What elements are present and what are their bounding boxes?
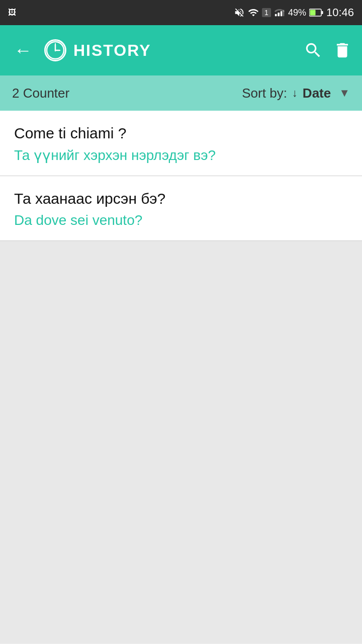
toolbar-actions bbox=[304, 41, 352, 60]
mute-icon bbox=[234, 7, 245, 18]
clock-icon bbox=[44, 39, 66, 61]
svg-rect-2 bbox=[281, 11, 283, 16]
sort-controls[interactable]: Sort by: ↓ Date ▼ bbox=[242, 86, 350, 101]
history-item[interactable]: Та хаанаас ирсэн бэ? Da dove sei venuto? bbox=[0, 176, 362, 241]
svg-rect-5 bbox=[321, 11, 323, 14]
svg-rect-0 bbox=[275, 14, 277, 17]
history-item-secondary-text: Da dove sei venuto? bbox=[14, 212, 348, 228]
back-button[interactable]: ← bbox=[10, 36, 36, 65]
history-counter: 2 Counter bbox=[12, 86, 242, 101]
status-right-icons: 1 49% 10:46 bbox=[234, 6, 354, 19]
sort-dropdown-icon[interactable]: ▼ bbox=[339, 87, 350, 100]
sort-direction-icon: ↓ bbox=[292, 87, 298, 100]
status-left-icons: 🖼 bbox=[8, 8, 230, 17]
svg-point-7 bbox=[47, 42, 64, 59]
wifi-icon bbox=[248, 7, 259, 18]
photo-icon: 🖼 bbox=[8, 8, 16, 17]
svg-rect-3 bbox=[283, 10, 284, 17]
toolbar-title-area: HISTORY bbox=[44, 39, 296, 61]
search-icon[interactable] bbox=[304, 41, 323, 60]
history-item[interactable]: Come ti chiami ? Та үүнийг хэрхэн нэрлэд… bbox=[0, 111, 362, 176]
svg-rect-6 bbox=[310, 10, 315, 16]
status-time: 10:46 bbox=[326, 6, 354, 19]
delete-icon[interactable] bbox=[333, 41, 352, 60]
history-item-primary-text: Та хаанаас ирсэн бэ? bbox=[14, 190, 348, 207]
status-bar: 🖼 1 49% 10:46 bbox=[0, 0, 362, 25]
sort-by-label: Sort by: bbox=[242, 86, 287, 101]
filter-bar: 2 Counter Sort by: ↓ Date ▼ bbox=[0, 75, 362, 111]
svg-rect-1 bbox=[278, 13, 280, 16]
sim-badge: 1 bbox=[262, 8, 271, 17]
signal-icon bbox=[274, 7, 285, 18]
page-title: HISTORY bbox=[73, 41, 151, 60]
history-list: Come ti chiami ? Та үүнийг хэрхэн нэрлэд… bbox=[0, 111, 362, 644]
history-item-primary-text: Come ti chiami ? bbox=[14, 125, 348, 142]
sort-value: Date bbox=[303, 86, 331, 101]
toolbar: ← HISTORY bbox=[0, 25, 362, 75]
history-item-secondary-text: Та үүнийг хэрхэн нэрлэдэг вэ? bbox=[14, 147, 348, 164]
battery-icon bbox=[309, 9, 323, 17]
empty-area bbox=[0, 241, 362, 643]
battery-percentage: 49% bbox=[288, 8, 306, 18]
